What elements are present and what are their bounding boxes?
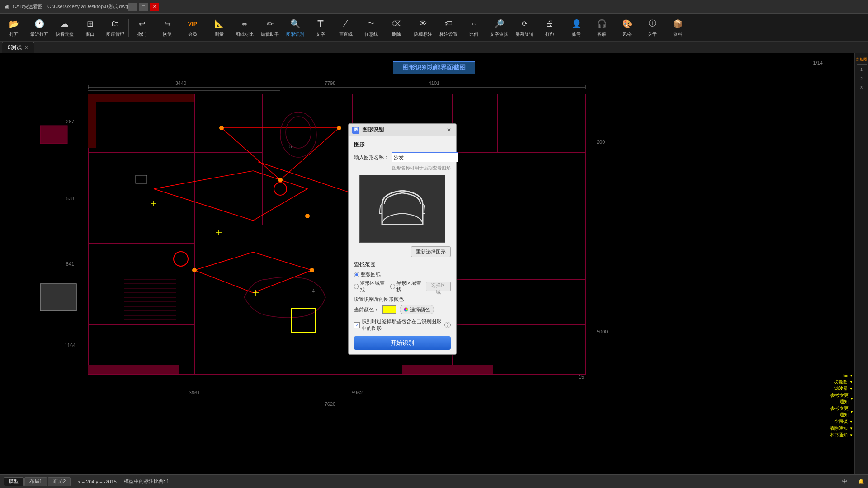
frp-item-notify1[interactable]: 参考变更通知 ▼ (830, 392, 854, 405)
help-icon[interactable]: ? (444, 322, 451, 328)
toolbar-erase-label: 删除 (392, 31, 401, 38)
filter-checkbox-label: 识别时过滤掉那些包含在已识别图形中的图形 (362, 318, 443, 332)
modal-reselect-button[interactable]: 重新选择图形 (411, 246, 451, 257)
radio-rect-area[interactable]: 矩形区域查找 (354, 280, 385, 293)
right-panel-item-1[interactable]: 红板图 (856, 55, 868, 63)
toolbar-screenrot-label: 屏幕旋转 (515, 31, 533, 38)
erase-icon: ⌫ (390, 18, 403, 30)
color-section-title: 设置识别后的图形颜色 (354, 296, 451, 303)
window-controls: — □ ✕ (128, 3, 159, 11)
frp-label-lock: 空间锁 (834, 418, 848, 425)
frp-item-power[interactable]: 功能图 ▼ (830, 379, 854, 385)
radio-row-2: 矩形区域查找 异形区域查找 选择区域 (354, 280, 451, 293)
toolbar-style[interactable]: 🎨 风格 (615, 15, 639, 40)
toolbar-about[interactable]: ⓘ 关于 (640, 15, 665, 40)
toolbar-service-label: 客服 (597, 31, 606, 38)
status-coords: x = 204 y = -2015 (78, 479, 117, 484)
toolbar-redo[interactable]: ↪ 恢复 (155, 15, 179, 40)
status-tabs: 模型 布局1 布局2 (4, 477, 71, 486)
toolbar: 📂 打开 🕐 最近打开 ☁ 快看云盘 ⊞ 窗口 🗂 图库管理 ↩ 撤消 ↪ 恢复… (0, 14, 868, 42)
frp-item-5[interactable]: 5≡ ▼ (830, 373, 854, 378)
compare-icon: ⇔ (238, 18, 251, 30)
frp-item-filter[interactable]: 滤波器 ▼ (830, 385, 854, 392)
color-pick-label: 选择颜色 (410, 306, 430, 313)
toolbar-text-label: 文字 (316, 31, 325, 38)
modal-select-region-button[interactable]: 选择区域 (426, 282, 451, 291)
toolbar-redo-label: 恢复 (163, 31, 172, 38)
modal-input-row: 输入图形名称： (354, 152, 451, 162)
window-icon: ⊞ (84, 18, 96, 30)
toolbar-text[interactable]: T 文字 (308, 15, 333, 40)
modal-close-button[interactable]: ✕ (445, 127, 453, 134)
toolbar-print[interactable]: 🖨 打印 (538, 15, 562, 40)
radio-poly-area[interactable]: 异形区域查找 (390, 280, 421, 293)
color-pick-button[interactable]: 选择颜色 (400, 305, 434, 314)
modal-dialog: 图 图形识别 ✕ 图形 输入图形名称： 图形名称可用于后期查看图形 (348, 123, 457, 355)
right-panel-item-4: 3 (856, 84, 868, 92)
toolbar-library[interactable]: 🗂 图库管理 (103, 15, 127, 40)
minimize-button[interactable]: — (128, 3, 137, 11)
toolbar-anyline[interactable]: 〜 任意线 (359, 15, 383, 40)
toolbar-vip[interactable]: VIP 会员 (180, 15, 205, 40)
color-row: 当前颜色： 选择颜色 (354, 305, 451, 314)
window-title: CAD快速看图 - C:\Users\xiezy-a\Desktop\0测试.d… (13, 3, 128, 10)
canvas-area[interactable]: 7798 3440 4101 200 287 538 841 941 1164 … (0, 53, 868, 474)
service-icon: 🎧 (595, 18, 608, 30)
tab-0-test[interactable]: 0测试 ✕ (2, 42, 34, 53)
frp-arrow-notify1: ▼ (850, 396, 854, 401)
start-recognize-button[interactable]: 开始识别 (354, 336, 451, 350)
toolbar-resource[interactable]: 📦 资料 (665, 15, 690, 40)
page-indicator: 1/14 (813, 60, 823, 66)
library-icon: 🗂 (109, 18, 122, 30)
toolbar-editor[interactable]: ✏ 编辑助手 (258, 15, 282, 40)
frp-item-clear[interactable]: 清除通知 ▼ (830, 425, 854, 432)
toolbar-textfind[interactable]: 🔎 文字查找 (487, 15, 511, 40)
open-icon: 📂 (8, 18, 20, 30)
editor-icon: ✏ (264, 18, 276, 30)
frp-item-booknotify[interactable]: 本书通知 ▼ (830, 432, 854, 438)
toolbar-compare[interactable]: ⇔ 图纸对比 (232, 15, 257, 40)
toolbar-screenrot[interactable]: ⟳ 屏幕旋转 (512, 15, 537, 40)
status-bar: 模型 布局1 布局2 x = 204 y = -2015 模型中的标注比例: 1… (0, 474, 868, 488)
toolbar-anyline-label: 任意线 (364, 31, 378, 38)
filter-checkbox[interactable] (354, 322, 360, 328)
color-swatch[interactable] (382, 305, 396, 314)
print-icon: 🖨 (543, 18, 556, 30)
toolbar-cloud[interactable]: ☁ 快看云盘 (52, 15, 77, 40)
tab-layout1[interactable]: 布局1 (24, 477, 47, 486)
toolbar-marksetting[interactable]: 🏷 标注设置 (436, 15, 461, 40)
close-button[interactable]: ✕ (150, 3, 159, 11)
title-bar: 🖥 CAD快速看图 - C:\Users\xiezy-a\Desktop\0测试… (0, 0, 868, 14)
about-icon: ⓘ (646, 18, 659, 30)
toolbar-account[interactable]: 👤 账号 (564, 15, 589, 40)
scale-icon: ↔ (467, 18, 480, 30)
toolbar-drawline[interactable]: ∕ 画直线 (334, 15, 358, 40)
toolbar-recent[interactable]: 🕐 最近打开 (27, 15, 52, 40)
frp-arrow-5: ▼ (849, 374, 854, 378)
toolbar-open[interactable]: 📂 打开 (2, 15, 26, 40)
tab-layout2[interactable]: 布局2 (48, 477, 71, 486)
toolbar-scale[interactable]: ↔ 比例 (462, 15, 486, 40)
frp-item-lock[interactable]: 空间锁 ▼ (830, 418, 854, 425)
toolbar-erase[interactable]: ⌫ 删除 (384, 15, 409, 40)
frp-item-notify2[interactable]: 参考变更通知 ▼ (830, 405, 854, 418)
toolbar-measure[interactable]: 📐 测量 (207, 15, 231, 40)
modal-shape-name-input[interactable] (392, 152, 458, 162)
toolbar-hide[interactable]: 👁 隐藏标注 (411, 15, 435, 40)
recognize-icon: 🔍 (289, 18, 302, 30)
modal-reselect-row: 重新选择图形 (354, 246, 451, 257)
radio-full-paper[interactable]: 整张图纸 (354, 271, 381, 278)
toolbar-print-label: 打印 (545, 31, 554, 38)
modal-title: 图形识别 (362, 126, 443, 134)
maximize-button[interactable]: □ (139, 3, 148, 11)
toolbar-undo[interactable]: ↩ 撤消 (130, 15, 154, 40)
toolbar-service[interactable]: 🎧 客服 (590, 15, 614, 40)
frp-arrow-booknotify: ▼ (849, 433, 854, 437)
frp-label-5: 5≡ (843, 373, 848, 378)
tab-close-icon[interactable]: ✕ (24, 45, 28, 51)
toolbar-window[interactable]: ⊞ 窗口 (78, 15, 102, 40)
toolbar-recognize[interactable]: 🔍 图形识别 (283, 15, 307, 40)
tab-bar: 0测试 ✕ (0, 42, 868, 53)
cloud-icon: ☁ (58, 18, 71, 30)
tab-model[interactable]: 模型 (4, 477, 24, 486)
